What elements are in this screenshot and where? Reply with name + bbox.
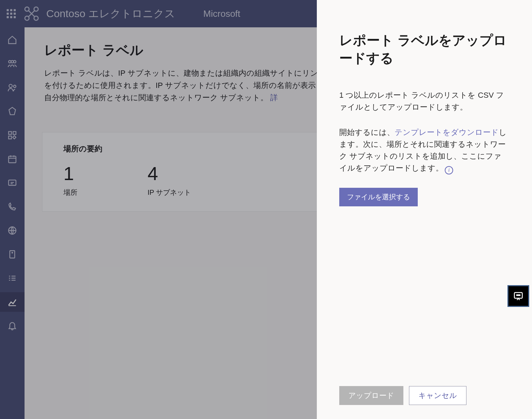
panel-title: レポート ラベルをアップロードする	[339, 32, 510, 68]
feedback-button[interactable]	[507, 285, 529, 307]
panel-footer: アップロード キャンセル	[339, 379, 510, 405]
info-icon[interactable]: i	[445, 166, 453, 174]
select-file-button[interactable]: ファイルを選択する	[339, 188, 418, 206]
cancel-button[interactable]: キャンセル	[409, 386, 466, 405]
panel-body: 1 つ以上のレポート ラベルのリストを CSV ファイルとしてアップロードします…	[339, 89, 510, 379]
panel-paragraph-1: 1 つ以上のレポート ラベルのリストを CSV ファイルとしてアップロードします…	[339, 89, 510, 113]
svg-point-19	[518, 295, 519, 296]
svg-point-18	[517, 295, 518, 296]
upload-button: アップロード	[339, 386, 403, 405]
download-template-link[interactable]: テンプレートをダウンロード	[395, 128, 499, 137]
panel-paragraph-2: 開始するには、テンプレートをダウンロードします。次に、場所とそれに関連するネット…	[339, 126, 510, 174]
svg-point-20	[519, 295, 520, 296]
upload-panel: レポート ラベルをアップロードする 1 つ以上のレポート ラベルのリストを CS…	[317, 0, 532, 419]
